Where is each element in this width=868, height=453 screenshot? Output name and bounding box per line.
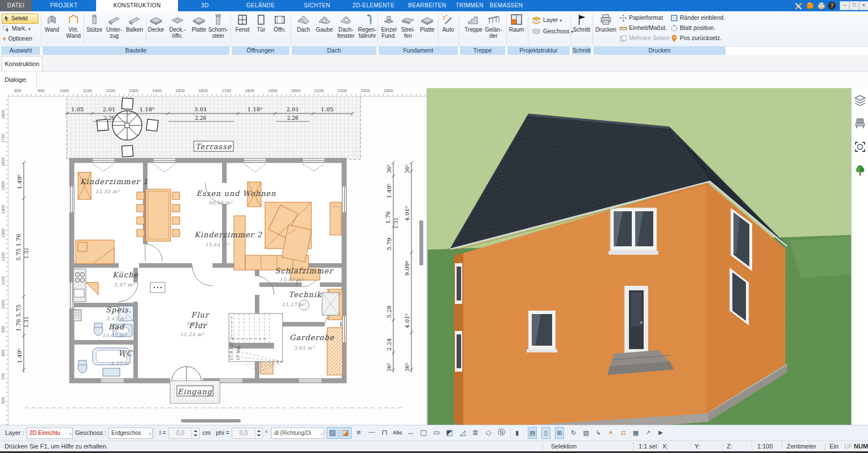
north-icon[interactable]: Ⓝ [496,427,507,439]
roof-plane-icon[interactable]: ◪ [340,427,351,439]
polyline-icon[interactable]: ↳ [594,427,602,439]
papierformat-button[interactable]: Papierformat [619,12,663,23]
schnitt-button[interactable]: Schnitt [570,13,593,46]
help-icon[interactable]: ? [827,1,836,10]
l-stepper[interactable] [192,428,199,439]
raender-einblenden-button[interactable]: Ränder einblend. [670,12,725,23]
light-icon[interactable]: ☀ [607,427,615,439]
balken-button[interactable]: Balken [123,13,146,46]
roof-slope-icon[interactable]: ◿ [457,427,468,439]
auto-button[interactable]: Auto [436,13,460,46]
print-icon[interactable] [817,2,826,10]
wand-button[interactable]: Wand [40,13,64,46]
decke-button[interactable]: Decke [144,13,168,46]
document-tab-konstruktion[interactable]: Konstruktion [2,56,42,71]
pages-icon [619,34,627,42]
slab-icon[interactable]: ◇ [483,427,494,439]
tab-projekt[interactable]: PROJEKT [32,0,96,11]
tab-trimmen[interactable]: TRIMMEN [452,0,487,11]
furniture-icon[interactable] [853,116,867,130]
oeffnung-button[interactable]: Öffn. [268,13,292,46]
window-grid-icon[interactable]: ⊞ [555,427,564,439]
tab-2d-elemente[interactable]: 2D-ELEMENTE [345,0,402,11]
floorplan-drawing[interactable]: Terrasse Kinderzimmer 1 12,50 m² Essen u… [8,96,426,417]
geschoss-dropdown[interactable]: Geschoss ▾ [531,26,574,36]
pos-zuruecksetzen-button[interactable]: Pos zurücksetz. [670,33,722,43]
layer-dropdown[interactable]: Layer ▾ [531,15,562,25]
room-label-icon[interactable]: ⊓ [379,427,390,439]
selection-frame-icon[interactable]: ▢ [418,427,429,439]
layers-icon[interactable] [853,94,867,107]
line-weight-icon[interactable]: ≡ [353,427,364,439]
dim: 1.31 [24,316,29,328]
mark-button[interactable]: Mark. ▾ [2,24,31,33]
blatt-position-button[interactable]: Blatt position. [670,23,715,33]
pan-icon[interactable] [853,140,867,154]
tab-3d[interactable]: 3D [178,0,232,11]
plattenfundament-button[interactable]: Platte [415,13,439,46]
selekt-button[interactable]: Selekt [2,14,38,24]
dachfenster-button[interactable]: Dach-fenster [334,13,358,46]
schornstein-button[interactable]: Schorn-stein [206,13,230,46]
raum-button[interactable]: Raum [505,13,528,46]
storey-icon [531,28,541,36]
layer-stack-icon[interactable]: ≣ [470,427,481,439]
status-num: NUM [854,443,868,450]
tab-konstruktion[interactable]: KONSTRUKTION [96,0,178,11]
drucken-button[interactable]: Drucken [594,13,618,46]
viewport-icon[interactable]: ▯ [541,427,550,439]
room-label-schlaf: Schlafzimmer [275,267,334,275]
tab-gelaende[interactable]: GELÄNDE [232,0,289,11]
tab-datei[interactable]: DATEI [0,0,32,11]
view-3d[interactable] [427,88,851,425]
fill-hatch-icon[interactable]: ▨ [327,427,338,439]
optionen-button[interactable]: + Optionen [2,34,32,43]
einheit-massstab-button[interactable]: Einheit/Maßst. [619,23,667,33]
l-input[interactable]: 0,0 [168,428,192,439]
geschoss-label: Geschoss : [75,429,106,436]
deckenoeffnung-button[interactable]: Deck.-öffn. [166,13,189,46]
dim: 5.28 [386,306,392,318]
dimension-icon[interactable]: ↔ [405,427,416,439]
dl-select[interactable]: dl (Richtung/Di˅ [271,428,324,439]
line-style-icon[interactable]: ╌╌ [366,427,377,439]
virtuelle-wand-button[interactable]: Virt.Wand [62,13,85,46]
text-icon[interactable]: Abc [392,427,403,439]
tools-icon[interactable] [795,2,803,10]
dim: 1.76 5.75 [15,304,21,332]
tab-bemassen[interactable]: BEMASSEN [487,0,526,11]
vertical-scrollbar[interactable] [419,220,423,265]
refresh-3d-icon[interactable]: ↻ [570,427,578,439]
project-icon[interactable] [806,2,814,10]
measure-icon[interactable]: ↗ [644,427,652,439]
dach-button[interactable]: Dach [292,13,315,46]
layer-select[interactable]: 2D Einrichtu˅ [27,428,73,439]
tab-bearbeiten[interactable]: BEARBEITEN [402,0,452,11]
gaube-button[interactable]: Gaube [313,13,336,46]
minimize-button[interactable]: – [840,1,849,10]
phi-input[interactable]: 0,0 [232,428,255,439]
snap-point-icon[interactable]: ⊡ [619,427,627,439]
frame-icon[interactable]: ▭ [431,427,442,439]
tree-icon[interactable] [853,164,867,177]
plan-view-2d[interactable]: 8009001000110012001300140015001600170018… [0,88,427,425]
horizontal-scrollbar[interactable] [181,419,241,422]
color-layers-icon[interactable]: ◩ [444,427,455,439]
column-marker-icon[interactable]: ▮ [513,427,521,439]
gelaender-button[interactable]: Gelän-der [481,13,505,46]
regenfallrohr-button[interactable]: Regen-fallrohr [355,13,379,46]
dim: 1.18⁵ [140,106,154,112]
restore-button[interactable]: □ [849,1,859,10]
dim: 4.01⁵ [404,313,410,328]
dim: 9.09⁴ [404,261,410,276]
phi-stepper[interactable] [255,428,263,439]
dim: 2.01 [287,106,299,112]
ruler-icon[interactable]: ▤ [528,427,537,439]
grid-icon[interactable]: ▦ [632,427,640,439]
close-button[interactable]: × [859,1,868,10]
pointer-delete-icon[interactable]: ▶ [657,427,665,439]
geschoss-select[interactable]: Erdgeschos˅ [108,428,153,439]
image-icon[interactable]: ▧ [582,427,590,439]
stair-note-2: 17 Stg. [236,345,241,360]
tab-sichten[interactable]: SICHTEN [289,0,345,11]
